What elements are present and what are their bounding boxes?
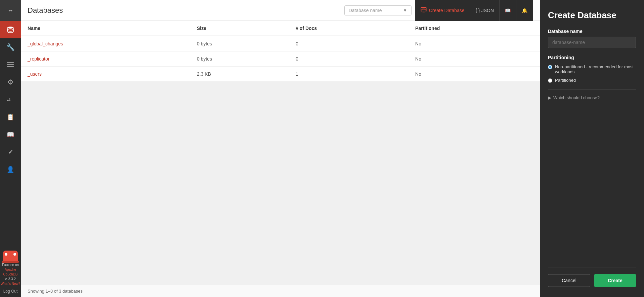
notifications-button[interactable]: 🔔 — [516, 0, 533, 21]
table-footer: Showing 1–3 of 3 databases — [21, 285, 540, 297]
db-docs-cell: 0 — [289, 51, 409, 67]
create-button[interactable]: Create — [594, 274, 636, 287]
partitioned-option: Partitioned — [548, 78, 636, 83]
db-select-placeholder: Database name — [349, 8, 382, 13]
replication-icon: ⇄ — [7, 97, 14, 102]
which-should-i-choose-link[interactable]: ▶ Which should I choose? — [548, 89, 636, 100]
col-name: Name — [21, 21, 190, 36]
table-row: _global_changes0 bytes0No — [21, 36, 540, 51]
non-partitioned-label[interactable]: Non-partitioned - recommended for most w… — [555, 64, 636, 74]
database-select[interactable]: Database name ▼ — [344, 5, 412, 15]
sidebar-item-user[interactable]: 👤 — [0, 161, 21, 178]
help-text: Which should I choose? — [553, 95, 600, 100]
svg-point-5 — [421, 7, 426, 8]
chevron-down-icon: ▼ — [403, 8, 407, 13]
showing-count: Showing 1–3 of 3 databases — [28, 289, 83, 294]
main-content: Databases Database name ▼ Creat — [21, 0, 540, 297]
db-name-label: Database name — [548, 29, 636, 34]
db-size-cell: 0 bytes — [190, 51, 289, 67]
db-name-cell[interactable]: _users — [21, 67, 190, 82]
svg-point-0 — [7, 27, 13, 29]
svg-rect-3 — [7, 66, 14, 67]
svg-rect-2 — [7, 64, 14, 65]
documentation-button[interactable]: 📖 — [500, 0, 516, 21]
json-label: { } JSON — [476, 8, 494, 13]
databases-table: Name Size # of Docs Partitioned _global_… — [21, 21, 540, 82]
topbar: Databases Database name ▼ Creat — [21, 0, 540, 21]
sidebar-item-setup[interactable]: 🔧 — [0, 38, 21, 56]
logout-button[interactable]: Log Out — [3, 289, 18, 294]
couchdb-logo — [3, 251, 18, 261]
list-icon — [7, 62, 14, 68]
svg-rect-1 — [7, 62, 14, 63]
non-partitioned-option: Non-partitioned - recommended for most w… — [548, 64, 636, 74]
sidebar: ↔ 🔧 ⚙ ⇄ 📋 📖 ✔ 👤 Fauxton on Ap — [0, 0, 21, 297]
db-size-cell: 2.3 KB — [190, 67, 289, 82]
sidebar-item-verify[interactable]: ✔ — [0, 143, 21, 161]
sidebar-item-logs[interactable]: 📋 — [0, 108, 21, 126]
sidebar-item-config[interactable]: ⚙ — [0, 73, 21, 91]
sidebar-item-replication[interactable]: ⇄ — [0, 91, 21, 108]
book-icon: 📖 — [505, 8, 511, 13]
col-docs: # of Docs — [289, 21, 409, 36]
db-partitioned-cell: No — [409, 51, 540, 67]
partitioning-label: Partitioning — [548, 55, 636, 60]
back-icon[interactable]: ↔ — [0, 0, 21, 21]
create-db-label: Create Database — [429, 8, 465, 13]
create-database-button[interactable]: Create Database — [415, 0, 470, 21]
db-partitioned-cell: No — [409, 67, 540, 82]
db-name-cell[interactable]: _replicator — [21, 51, 190, 67]
db-size-cell: 0 bytes — [190, 36, 289, 51]
page-title: Databases — [28, 6, 63, 15]
db-docs-cell: 0 — [289, 36, 409, 51]
sidebar-item-databases[interactable] — [0, 21, 21, 38]
topbar-actions: Create Database { } JSON 📖 🔔 — [415, 0, 533, 21]
db-name-input[interactable] — [548, 37, 636, 48]
svg-text:⇄: ⇄ — [7, 97, 11, 102]
db-name-cell[interactable]: _global_changes — [21, 36, 190, 51]
db-partitioned-cell: No — [409, 36, 540, 51]
json-button[interactable]: { } JSON — [470, 0, 500, 21]
create-db-icon — [420, 6, 427, 12]
sidebar-item-activetasks[interactable] — [0, 56, 21, 73]
app-info: Fauxton on Apache CouchDB v. 3.3.2 What'… — [1, 263, 20, 286]
sidebar-bottom: Fauxton on Apache CouchDB v. 3.3.2 What'… — [0, 251, 21, 297]
table-row: _replicator0 bytes0No — [21, 51, 540, 67]
database-red-icon — [420, 6, 427, 14]
bell-icon: 🔔 — [522, 8, 527, 13]
chevron-right-icon: ▶ — [548, 95, 551, 100]
table-row: _users2.3 KB1No — [21, 67, 540, 82]
db-docs-cell: 1 — [289, 67, 409, 82]
topbar-right: Database name ▼ Create Database — [344, 0, 533, 21]
sidebar-item-docs[interactable]: 📖 — [0, 126, 21, 143]
content-area: Name Size # of Docs Partitioned _global_… — [21, 21, 540, 297]
whats-new-link[interactable]: What's New? — [1, 282, 20, 286]
col-size: Size — [190, 21, 289, 36]
non-partitioned-radio[interactable] — [548, 65, 552, 69]
partitioned-label[interactable]: Partitioned — [555, 78, 576, 83]
databases-table-container: Name Size # of Docs Partitioned _global_… — [21, 21, 540, 82]
panel-title: Create Database — [548, 10, 636, 21]
table-body: _global_changes0 bytes0No_replicator0 by… — [21, 36, 540, 82]
panel-footer: Cancel Create — [548, 267, 636, 287]
cancel-button[interactable]: Cancel — [548, 274, 590, 287]
create-database-panel: Create Database Database name Partitioni… — [540, 0, 644, 297]
database-icon — [7, 26, 14, 33]
col-partitioned: Partitioned — [409, 21, 540, 36]
table-header: Name Size # of Docs Partitioned — [21, 21, 540, 36]
partitioned-radio[interactable] — [548, 78, 552, 83]
